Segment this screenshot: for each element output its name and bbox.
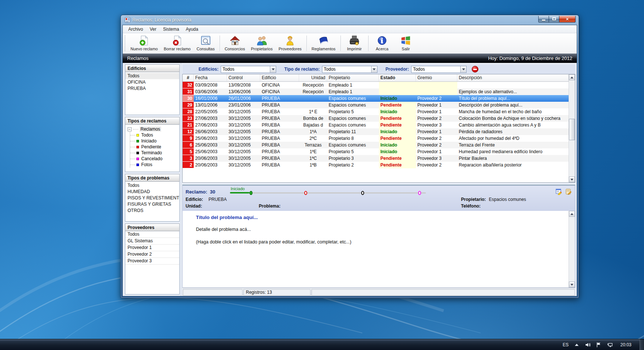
status-slider[interactable]: Iniciado <box>230 187 426 196</box>
tipos-problemas-item[interactable]: OTROS <box>125 208 179 214</box>
toolbar-imprimir[interactable]: Imprimir <box>343 34 366 53</box>
filter-proveedor-select[interactable]: Todos <box>411 66 467 73</box>
column-header-descripción[interactable]: Descripción <box>457 74 569 81</box>
menu-item-archivo[interactable]: Archivo <box>125 26 146 33</box>
status-bar: Registros: 13 <box>182 288 575 296</box>
tree-item-fotos[interactable]: Fotos <box>130 162 179 168</box>
desktop: Reclamos: Licencia provisoria × ArchivoV… <box>0 0 644 350</box>
tree-collapse-icon[interactable]: − <box>128 127 132 131</box>
show-hidden-icons-button[interactable] <box>574 342 580 348</box>
proveedores-item[interactable]: Proveedor 3 <box>125 258 179 265</box>
column-header-propietario[interactable]: Propietario <box>327 74 379 81</box>
toolbar-consultas[interactable]: Consultas <box>194 34 218 53</box>
slider-knob-pendiente[interactable] <box>304 191 307 195</box>
table-row[interactable]: 3103/06/200613/06/2006OFICINARecepciónEm… <box>183 88 569 95</box>
slider-knob-terminado[interactable] <box>361 191 364 195</box>
column-header-num[interactable]: # <box>183 74 194 81</box>
tree-item-pendiente[interactable]: Pendiente <box>130 144 179 150</box>
column-header-edificio[interactable]: Edificio <box>260 74 299 81</box>
table-row[interactable]: 2127/06/200330/12/2005PRUEBABajadas dEsp… <box>183 122 569 128</box>
clock[interactable]: 20:03 <box>618 342 634 347</box>
show-desktop-button[interactable] <box>640 339 644 350</box>
cell-descripcion: Terraza del Frente <box>457 142 569 148</box>
tree-guide <box>130 165 135 165</box>
filter-edificios-dropdown-button[interactable] <box>270 66 276 73</box>
scroll-down-button[interactable] <box>569 282 575 287</box>
detail-body: Título del problema aquí... Detalle del … <box>182 211 575 288</box>
slider-knob-cancelado[interactable] <box>418 191 421 195</box>
toolbar-nuevo-reclamo[interactable]: Nuevo reclamo <box>128 34 161 53</box>
column-header-estado[interactable]: Estado <box>379 74 416 81</box>
tree-item-iniciado[interactable]: Iniciado <box>130 138 179 144</box>
table-row[interactable]: 925/06/200330/12/2005PRUEBA2ªCPropietari… <box>183 135 569 142</box>
scrollbar-thumb[interactable] <box>569 119 575 140</box>
tree-item-label: Pendiente <box>141 144 161 149</box>
column-header-unidad[interactable]: Unidad <box>299 74 327 81</box>
menu-item-ver[interactable]: Ver <box>146 26 160 33</box>
scroll-up-button[interactable] <box>569 74 575 80</box>
minimize-button[interactable] <box>538 16 549 23</box>
column-header-fecha[interactable]: Fecha <box>194 74 227 81</box>
toolbar-borrar-reclamo[interactable]: Borrar reclamo <box>161 34 194 53</box>
table-row[interactable]: 3203/09/200813/09/2008OFICINARecepciónEm… <box>183 82 569 88</box>
edit-record-button[interactable] <box>556 188 562 195</box>
toolbar-grip <box>125 36 126 51</box>
proveedores-item[interactable]: GL Sistemas <box>125 238 179 245</box>
table-row[interactable]: 2822/05/200530/12/2005PRUEBA1ª EPropieta… <box>183 108 569 115</box>
volume-icon[interactable] <box>585 342 591 348</box>
tipos-problemas-item[interactable]: Todos <box>125 182 179 189</box>
tree-item-todos[interactable]: Todos <box>130 132 179 138</box>
menu-item-sistema[interactable]: Sistema <box>160 26 182 33</box>
filter-proveedor-dropdown-button[interactable] <box>460 66 466 73</box>
tree-item-cancelado[interactable]: Cancelado <box>130 156 179 162</box>
table-row[interactable]: 525/06/200330/12/2005PRUEBA1ªEPropietari… <box>183 148 569 155</box>
proveedores-item[interactable]: Proveedor 1 <box>125 245 179 251</box>
slider-knob-iniciado[interactable] <box>250 191 252 195</box>
proveedores-item[interactable]: Todos <box>125 231 179 238</box>
maximize-button[interactable] <box>549 16 559 23</box>
proveedores-item[interactable]: Proveedor 2 <box>125 251 179 258</box>
tree-item-terminado[interactable]: Terminado <box>130 150 179 156</box>
detail-scrollbar[interactable] <box>569 211 575 287</box>
table-row[interactable]: 220/06/200330/12/2005PRUEBA1ªBPropietari… <box>183 162 569 168</box>
toolbar-proveedores[interactable]: Proveedores <box>275 34 304 53</box>
scroll-up-button[interactable] <box>569 211 575 217</box>
table-row[interactable]: 2913/01/200623/01/2006PRUEBAEspacios com… <box>183 102 569 108</box>
unidad-label: Unidad: <box>186 203 206 209</box>
edificios-item[interactable]: OFICINA <box>125 79 179 85</box>
taskbar[interactable]: ES 20:03 <box>0 339 644 350</box>
network-icon[interactable] <box>607 342 613 348</box>
tipos-problemas-item[interactable]: HUMEDAD <box>125 189 179 195</box>
edit-note-button[interactable] <box>565 188 572 195</box>
cell-gremio: Proveedor 2 <box>416 95 457 102</box>
toolbar-propietarios[interactable]: Propietarios <box>248 34 276 53</box>
column-header-control[interactable]: Control <box>227 74 260 81</box>
toolbar-consorcios[interactable]: Consorcios <box>222 34 248 53</box>
table-row[interactable]: 1226/06/200330/12/2005PRUEBA1ªAPropietar… <box>183 128 569 135</box>
toolbar-salir[interactable]: Salir <box>394 34 418 53</box>
table-row[interactable]: 625/06/200330/12/2005PRUEBATerrazasEspac… <box>183 142 569 148</box>
table-row[interactable]: 320/06/200330/12/2005PRUEBA1ªCPropietari… <box>183 155 569 162</box>
tipos-problemas-item[interactable]: FISURAS Y GRIETAS <box>125 201 179 208</box>
filter-tipo-dropdown-button[interactable] <box>371 66 377 73</box>
clear-filters-button[interactable] <box>472 66 478 73</box>
toolbar-reglamentos[interactable]: Reglamentos <box>309 34 339 53</box>
scroll-down-button[interactable] <box>569 176 575 182</box>
people-icon <box>256 35 268 46</box>
table-row[interactable]: 2327/06/200330/12/2005PRUEBABomba deEspa… <box>183 115 569 122</box>
language-indicator[interactable]: ES <box>563 342 569 347</box>
toolbar-acerca[interactable]: Acerca <box>370 34 394 53</box>
table-row[interactable]: 3016/01/200626/01/2006PRUEBAEspacios com… <box>183 95 569 102</box>
filter-tipo-select[interactable]: Todos <box>322 66 377 73</box>
tipos-problemas-item[interactable]: PISOS Y REVESTIMIENTOS <box>125 195 179 201</box>
filter-edificios-select[interactable]: Todos <box>221 66 276 73</box>
tree-root-reclamos[interactable]: −Reclamos <box>127 126 179 132</box>
title-bar[interactable]: Reclamos: Licencia provisoria × <box>122 15 577 25</box>
close-button[interactable]: × <box>559 16 576 23</box>
menu-item-ayuda[interactable]: Ayuda <box>182 26 201 33</box>
edificios-item[interactable]: Todos <box>125 73 179 79</box>
column-header-gremio[interactable]: Gremio <box>416 74 457 81</box>
table-scrollbar[interactable] <box>569 74 575 182</box>
edificios-item[interactable]: PRUEBA <box>125 85 179 92</box>
action-center-flag-icon[interactable] <box>596 342 602 348</box>
